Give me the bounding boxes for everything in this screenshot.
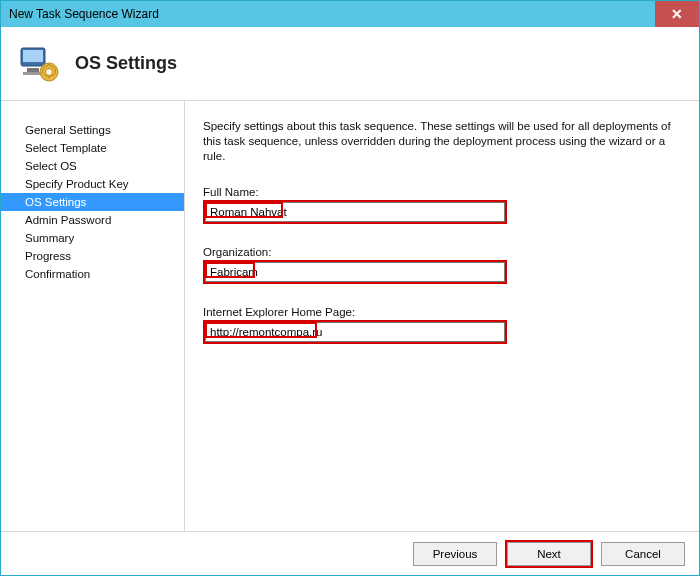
full-name-input[interactable] (205, 202, 505, 222)
ie-home-input[interactable] (205, 322, 505, 342)
wizard-steps-sidebar: General Settings Select Template Select … (1, 101, 185, 531)
window-title: New Task Sequence Wizard (9, 7, 159, 21)
sidebar-item-general-settings[interactable]: General Settings (1, 121, 184, 139)
organization-label: Organization: (203, 246, 683, 258)
wizard-content: Specify settings about this task sequenc… (185, 101, 699, 531)
ie-home-group: Internet Explorer Home Page: (203, 306, 683, 344)
ie-home-label: Internet Explorer Home Page: (203, 306, 683, 318)
svg-rect-2 (27, 68, 39, 72)
full-name-label: Full Name: (203, 186, 683, 198)
wizard-footer: Previous Next Cancel (1, 531, 699, 575)
sidebar-item-confirmation[interactable]: Confirmation (1, 265, 184, 283)
sidebar-item-specify-product-key[interactable]: Specify Product Key (1, 175, 184, 193)
titlebar: New Task Sequence Wizard ✕ (1, 1, 699, 27)
highlight-box (203, 200, 507, 224)
intro-text: Specify settings about this task sequenc… (203, 119, 683, 164)
wizard-header: OS Settings (1, 27, 699, 101)
next-button[interactable]: Next (507, 542, 591, 566)
sidebar-item-admin-password[interactable]: Admin Password (1, 211, 184, 229)
organization-input[interactable] (205, 262, 505, 282)
sidebar-item-progress[interactable]: Progress (1, 247, 184, 265)
page-title: OS Settings (75, 53, 177, 74)
highlight-box (203, 260, 507, 284)
highlight-box: Next (505, 540, 593, 568)
highlight-box (203, 320, 507, 344)
organization-group: Organization: (203, 246, 683, 284)
cancel-button[interactable]: Cancel (601, 542, 685, 566)
sidebar-item-summary[interactable]: Summary (1, 229, 184, 247)
svg-point-5 (46, 68, 53, 75)
sidebar-item-select-os[interactable]: Select OS (1, 157, 184, 175)
previous-button[interactable]: Previous (413, 542, 497, 566)
os-settings-icon (17, 42, 61, 86)
svg-rect-1 (23, 50, 43, 62)
full-name-group: Full Name: (203, 186, 683, 224)
close-icon: ✕ (671, 6, 683, 22)
sidebar-item-os-settings[interactable]: OS Settings (1, 193, 184, 211)
close-button[interactable]: ✕ (655, 1, 699, 27)
sidebar-item-select-template[interactable]: Select Template (1, 139, 184, 157)
